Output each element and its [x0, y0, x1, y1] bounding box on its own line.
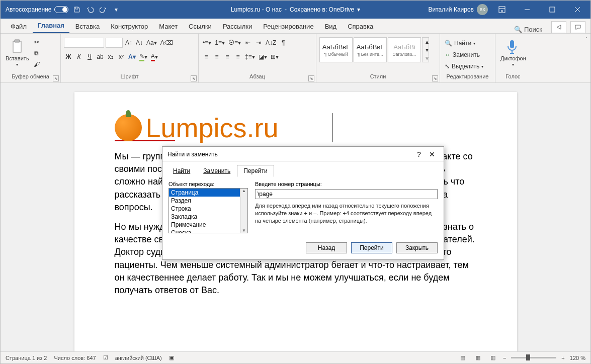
- dialog-tab-replace[interactable]: Заменить: [197, 165, 237, 177]
- goto-item-line[interactable]: Строка: [169, 205, 247, 213]
- undo-icon[interactable]: [86, 5, 95, 14]
- decrease-indent-icon[interactable]: ⇤: [243, 38, 252, 48]
- print-layout-icon[interactable]: ▦: [473, 354, 483, 362]
- bullets-icon[interactable]: •≡▾: [202, 38, 212, 48]
- align-right-icon[interactable]: ≡: [223, 52, 232, 62]
- sort-icon[interactable]: A↓Z: [265, 38, 277, 48]
- font-name-input[interactable]: [64, 38, 104, 48]
- dialog-tab-goto[interactable]: Перейти: [237, 165, 274, 177]
- font-launcher[interactable]: ⬊: [191, 75, 197, 81]
- spellcheck-icon[interactable]: ☑: [103, 354, 108, 361]
- dialog-close-btn[interactable]: Закрыть: [396, 242, 438, 253]
- dialog-help-button[interactable]: ?: [412, 150, 426, 158]
- tab-references[interactable]: Ссылки: [184, 20, 217, 33]
- goto-item-page[interactable]: Страница: [169, 189, 247, 197]
- chevron-down-icon[interactable]: ▾: [357, 6, 360, 13]
- save-icon[interactable]: [72, 5, 81, 14]
- cut-icon[interactable]: ✂: [32, 37, 41, 47]
- tab-layout[interactable]: Макет: [154, 20, 183, 33]
- goto-object-list[interactable]: Страница Раздел Строка Закладка Примечан…: [168, 188, 248, 233]
- copy-icon[interactable]: ⧉: [32, 48, 41, 58]
- bold-button[interactable]: Ж: [64, 52, 73, 62]
- goto-item-bookmark[interactable]: Закладка: [169, 213, 247, 221]
- tab-help[interactable]: Справка: [343, 20, 378, 33]
- autosave-toggle[interactable]: Автосохранение: [6, 6, 68, 13]
- styles-launcher[interactable]: ⬊: [432, 75, 438, 81]
- increase-indent-icon[interactable]: ⇥: [254, 38, 263, 48]
- maximize-button[interactable]: [541, 1, 563, 19]
- zoom-out-button[interactable]: −: [503, 355, 506, 361]
- collapse-ribbon-icon[interactable]: ˆ: [582, 34, 590, 82]
- dictate-button[interactable]: Диктофон ▾: [498, 37, 528, 68]
- share-button[interactable]: [551, 21, 566, 33]
- ribbon-options-icon[interactable]: [491, 1, 513, 19]
- tab-insert[interactable]: Вставка: [70, 20, 105, 33]
- goto-item-footnote[interactable]: Сноска: [169, 229, 247, 233]
- avatar[interactable]: ВК: [477, 4, 488, 15]
- goto-input[interactable]: [255, 189, 438, 199]
- close-button[interactable]: [566, 1, 588, 19]
- styles-up-icon[interactable]: ▴: [423, 38, 432, 46]
- search-bar[interactable]: 🔍 Поиск: [514, 26, 547, 33]
- tab-design[interactable]: Конструктор: [106, 20, 153, 33]
- style-no-spacing[interactable]: АаБбВвГ¶ Без инте...: [354, 37, 387, 62]
- clipboard-launcher[interactable]: ⬊: [53, 75, 59, 81]
- dialog-back-button[interactable]: Назад: [306, 242, 347, 253]
- comments-button[interactable]: [570, 21, 585, 33]
- font-color-icon[interactable]: A▾: [150, 52, 159, 62]
- shrink-font-icon[interactable]: A↓: [135, 38, 144, 48]
- zoom-in-button[interactable]: +: [561, 355, 564, 361]
- macro-icon[interactable]: ▣: [169, 354, 174, 361]
- grow-font-icon[interactable]: A↑: [124, 38, 133, 48]
- underline-button[interactable]: Ч: [85, 52, 94, 62]
- paragraph-launcher[interactable]: ⬊: [308, 75, 314, 81]
- line-spacing-icon[interactable]: ‡≡▾: [244, 52, 256, 62]
- align-center-icon[interactable]: ≡: [212, 52, 221, 62]
- styles-gallery[interactable]: АаБбВвГ¶ Обычный АаБбВвГ¶ Без инте... Аа…: [319, 37, 429, 62]
- dialog-goto-button[interactable]: Перейти: [351, 242, 392, 253]
- web-layout-icon[interactable]: ▥: [488, 354, 498, 362]
- tab-home[interactable]: Главная: [33, 19, 69, 33]
- strike-button[interactable]: ab: [96, 52, 105, 62]
- goto-item-comment[interactable]: Примечание: [169, 221, 247, 229]
- subscript-icon[interactable]: x₂: [106, 52, 115, 62]
- status-words[interactable]: Число слов: 647: [54, 355, 96, 361]
- tab-mailings[interactable]: Рассылки: [218, 20, 257, 33]
- select-button[interactable]: ⤡Выделить▾: [443, 61, 485, 71]
- shading-icon[interactable]: ◪▾: [258, 52, 268, 62]
- justify-icon[interactable]: ≡: [233, 52, 242, 62]
- status-language[interactable]: английский (США): [115, 355, 162, 361]
- zoom-slider[interactable]: [511, 357, 556, 358]
- styles-more-icon[interactable]: ▿: [423, 54, 432, 62]
- paste-button[interactable]: Вставить ▾: [4, 37, 31, 68]
- show-marks-icon[interactable]: ¶: [279, 38, 288, 48]
- numbering-icon[interactable]: 1≡▾: [214, 38, 226, 48]
- zoom-level[interactable]: 120 %: [570, 355, 585, 361]
- tab-file[interactable]: Файл: [6, 20, 32, 33]
- status-page[interactable]: Страница 1 из 2: [6, 355, 47, 361]
- replace-button[interactable]: ↔Заменить: [443, 50, 485, 60]
- styles-down-icon[interactable]: ▾: [423, 46, 432, 54]
- tab-review[interactable]: Рецензирование: [258, 20, 318, 33]
- clear-format-icon[interactable]: A⌫: [159, 38, 174, 48]
- redo-icon[interactable]: [99, 5, 108, 14]
- dialog-tab-find[interactable]: Найти: [166, 165, 197, 177]
- goto-item-section[interactable]: Раздел: [169, 197, 247, 205]
- read-mode-icon[interactable]: ▤: [458, 354, 468, 362]
- style-heading1[interactable]: АаБбВіЗаголово...: [388, 37, 421, 62]
- dialog-close-button[interactable]: ✕: [426, 150, 439, 158]
- find-button[interactable]: 🔍Найти▾: [443, 38, 485, 48]
- borders-icon[interactable]: ⊞▾: [270, 52, 280, 62]
- qat-dropdown-icon[interactable]: ▾: [112, 5, 121, 14]
- superscript-icon[interactable]: x²: [117, 52, 126, 62]
- format-painter-icon[interactable]: 🖌: [32, 59, 41, 69]
- style-normal[interactable]: АаБбВвГ¶ Обычный: [319, 37, 353, 62]
- multilevel-icon[interactable]: ⦿≡▾: [227, 38, 242, 48]
- change-case-icon[interactable]: Aa▾: [145, 38, 158, 48]
- minimize-button[interactable]: [516, 1, 538, 19]
- align-left-icon[interactable]: ≡: [202, 52, 211, 62]
- font-size-input[interactable]: [106, 38, 123, 48]
- tab-view[interactable]: Вид: [320, 20, 342, 33]
- highlight-icon[interactable]: ✎▾: [138, 52, 148, 62]
- list-scrollbar[interactable]: [240, 189, 247, 233]
